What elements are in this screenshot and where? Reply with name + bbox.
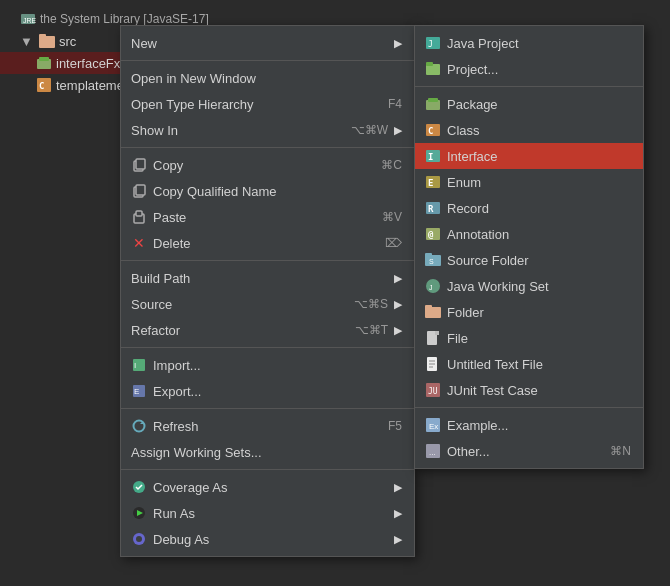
submenu-item-source-folder[interactable]: S Source Folder	[415, 247, 643, 273]
context-menu: New ▶ Open in New Window Open Type Hiera…	[120, 25, 415, 557]
menu-item-refresh[interactable]: Refresh F5	[121, 413, 414, 439]
submenu-item-working-set[interactable]: J Java Working Set	[415, 273, 643, 299]
submenu-item-source-folder-left: S Source Folder	[425, 252, 529, 268]
run-icon	[131, 505, 147, 521]
submenu-item-enum[interactable]: E Enum	[415, 169, 643, 195]
submenu-item-project-label: Project...	[447, 62, 498, 77]
submenu-arrow-coverage: ▶	[394, 481, 402, 494]
svg-text:S: S	[429, 258, 434, 265]
menu-item-refresh-left: Refresh	[131, 418, 199, 434]
tree-item-label: the System Library [JavaSE-17]	[40, 12, 209, 26]
svg-text:J: J	[429, 284, 433, 291]
submenu-arrow-show-in: ▶	[394, 124, 402, 137]
menu-item-copy-qualified[interactable]: Copy Qualified Name	[121, 178, 414, 204]
expand-icon: ▼	[20, 34, 33, 49]
menu-item-build-path[interactable]: Build Path ▶	[121, 265, 414, 291]
show-in-shortcut: ⌥⌘W	[351, 123, 388, 137]
menu-item-debug-as[interactable]: Debug As ▶	[121, 526, 414, 552]
menu-item-refactor[interactable]: Refactor ⌥⌘T ▶	[121, 317, 414, 343]
paste-shortcut: ⌘V	[382, 210, 402, 224]
svg-rect-5	[39, 57, 49, 61]
menu-item-copy-left: Copy	[131, 157, 183, 173]
menu-item-open-hierarchy-left: Open Type Hierarchy	[131, 97, 254, 112]
refactor-shortcut: ⌥⌘T	[355, 323, 388, 337]
submenu-item-record[interactable]: R Record	[415, 195, 643, 221]
coverage-icon	[131, 479, 147, 495]
submenu-item-folder-left: Folder	[425, 304, 484, 320]
submenu-item-text-file[interactable]: Untitled Text File	[415, 351, 643, 377]
file-icon	[425, 330, 441, 346]
submenu-item-example-left: Ex Example...	[425, 417, 508, 433]
menu-item-build-path-left: Build Path	[131, 271, 190, 286]
submenu-item-file[interactable]: File	[415, 325, 643, 351]
submenu-item-other[interactable]: ... Other... ⌘N	[415, 438, 643, 464]
submenu-item-record-left: R Record	[425, 200, 489, 216]
submenu-item-annotation[interactable]: @ Annotation	[415, 221, 643, 247]
menu-item-assign-working-sets[interactable]: Assign Working Sets...	[121, 439, 414, 465]
copy-icon	[131, 157, 147, 173]
export-icon: E	[131, 383, 147, 399]
submenu-item-enum-left: E Enum	[425, 174, 481, 190]
submenu-item-folder-label: Folder	[447, 305, 484, 320]
submenu-separator-1	[415, 86, 643, 87]
submenu-arrow-debug: ▶	[394, 533, 402, 546]
submenu-item-enum-label: Enum	[447, 175, 481, 190]
other-shortcut: ⌘N	[610, 444, 631, 458]
submenu-arrow-source: ▶	[394, 298, 402, 311]
menu-item-export[interactable]: E Export...	[121, 378, 414, 404]
svg-rect-3	[39, 34, 46, 38]
svg-text:I: I	[134, 361, 136, 370]
menu-item-delete[interactable]: ✕ Delete ⌦	[121, 230, 414, 256]
submenu-item-record-label: Record	[447, 201, 489, 216]
menu-item-run-left: Run As	[131, 505, 195, 521]
menu-item-show-in-label: Show In	[131, 123, 178, 138]
menu-item-assign-label: Assign Working Sets...	[131, 445, 262, 460]
separator-6	[121, 469, 414, 470]
menu-item-new[interactable]: New ▶	[121, 30, 414, 56]
menu-item-open-hierarchy[interactable]: Open Type Hierarchy F4	[121, 91, 414, 117]
submenu-item-class[interactable]: C Class	[415, 117, 643, 143]
submenu-item-folder[interactable]: Folder	[415, 299, 643, 325]
svg-rect-13	[136, 211, 142, 216]
menu-item-refactor-left: Refactor	[131, 323, 180, 338]
submenu-item-interface[interactable]: I Interface	[415, 143, 643, 169]
submenu-item-junit[interactable]: JU JUnit Test Case	[415, 377, 643, 403]
submenu-item-file-left: File	[425, 330, 468, 346]
menu-item-new-left: New	[131, 36, 157, 51]
submenu-item-junit-left: JU JUnit Test Case	[425, 382, 538, 398]
svg-text:C: C	[39, 81, 44, 91]
svg-rect-46	[425, 305, 432, 309]
submenu-arrow-refactor: ▶	[394, 324, 402, 337]
source-folder-icon: S	[425, 252, 441, 268]
submenu-item-project[interactable]: Project...	[415, 56, 643, 82]
svg-text:JRE: JRE	[23, 17, 36, 24]
menu-item-paste[interactable]: Paste ⌘V	[121, 204, 414, 230]
menu-item-copy-qualified-label: Copy Qualified Name	[153, 184, 277, 199]
import-icon: I	[131, 357, 147, 373]
menu-item-run-as[interactable]: Run As ▶	[121, 500, 414, 526]
submenu-item-package-left: Package	[425, 96, 498, 112]
separator-4	[121, 347, 414, 348]
svg-text:Ex: Ex	[429, 422, 438, 431]
svg-rect-29	[428, 98, 438, 102]
menu-item-import[interactable]: I Import...	[121, 352, 414, 378]
submenu-item-example[interactable]: Ex Example...	[415, 412, 643, 438]
example-icon: Ex	[425, 417, 441, 433]
svg-point-23	[136, 536, 142, 542]
menu-item-coverage-as[interactable]: Coverage As ▶	[121, 474, 414, 500]
svg-text:JU: JU	[428, 387, 438, 396]
menu-item-show-in[interactable]: Show In ⌥⌘W ▶	[121, 117, 414, 143]
menu-item-export-left: E Export...	[131, 383, 201, 399]
paste-icon	[131, 209, 147, 225]
svg-text:C: C	[428, 126, 433, 136]
submenu-item-working-set-label: Java Working Set	[447, 279, 549, 294]
open-hierarchy-shortcut: F4	[388, 97, 402, 111]
menu-item-build-path-label: Build Path	[131, 271, 190, 286]
menu-item-open-window[interactable]: Open in New Window	[121, 65, 414, 91]
copy-shortcut: ⌘C	[381, 158, 402, 172]
submenu-item-java-project[interactable]: J Java Project	[415, 30, 643, 56]
delete-icon: ✕	[131, 235, 147, 251]
submenu-item-package[interactable]: Package	[415, 91, 643, 117]
menu-item-copy[interactable]: Copy ⌘C	[121, 152, 414, 178]
menu-item-source[interactable]: Source ⌥⌘S ▶	[121, 291, 414, 317]
